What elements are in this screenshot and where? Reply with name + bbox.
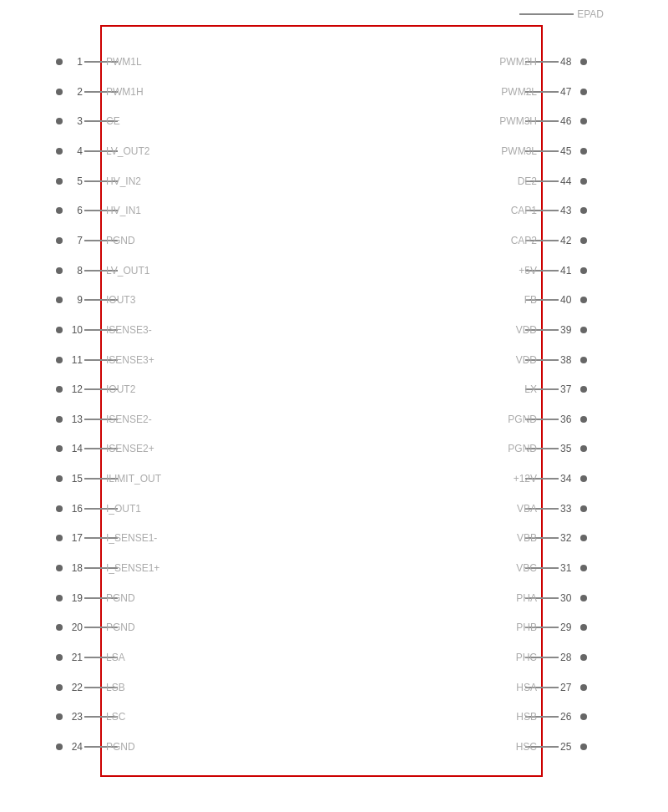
- pin-right-46: 46PWM3H: [525, 115, 587, 127]
- pin-number: 43: [560, 205, 579, 216]
- pin-dot: [580, 416, 587, 423]
- pin-number: 38: [560, 354, 579, 366]
- pin-number: 7: [64, 235, 83, 246]
- pin-label: ISENSE2-: [106, 414, 152, 425]
- pin-right-43: 43CAP1: [525, 205, 587, 216]
- pin-label: LX: [524, 383, 537, 395]
- pin-right-35: 35PGND: [525, 443, 587, 454]
- pin-dot: [56, 207, 63, 214]
- pin-number: 34: [560, 473, 579, 485]
- pin-number: 25: [560, 741, 579, 753]
- pin-number: 42: [560, 235, 579, 246]
- pin-dot: [580, 654, 587, 661]
- pin-label: HSA: [516, 682, 537, 693]
- pin-number: 40: [560, 294, 579, 306]
- pin-number: 26: [560, 711, 579, 723]
- pin-left-14: 14ISENSE2+: [56, 443, 118, 454]
- pin-left-5: 5HV_IN2: [56, 175, 118, 187]
- epad-label: EPAD: [577, 8, 604, 20]
- pin-label: VBC: [516, 562, 537, 574]
- pin-dot: [56, 118, 63, 124]
- pin-number: 33: [560, 503, 579, 515]
- pin-number: 6: [64, 205, 83, 216]
- pin-number: 15: [64, 473, 83, 485]
- pin-number: 24: [64, 741, 83, 753]
- pin-dot: [56, 624, 63, 631]
- pin-right-30: 30PHA: [525, 592, 587, 604]
- pin-label: PWM1H: [106, 86, 144, 98]
- epad-pin: EPAD: [519, 8, 604, 20]
- pin-dot: [56, 267, 63, 274]
- pin-number: 30: [560, 592, 579, 604]
- pin-number: 35: [560, 443, 579, 454]
- pin-dot: [56, 89, 63, 95]
- pin-number: 14: [64, 443, 83, 454]
- pin-dot: [56, 148, 63, 155]
- pin-left-22: 22LSB: [56, 682, 118, 693]
- pin-number: 48: [560, 56, 579, 68]
- pin-left-16: 16I_OUT1: [56, 503, 118, 515]
- pin-dot: [580, 535, 587, 541]
- pin-right-33: 33VBA: [525, 503, 587, 515]
- pin-dot: [580, 624, 587, 631]
- pin-number: 13: [64, 414, 83, 425]
- pin-label: ISENSE3-: [106, 324, 152, 336]
- pin-label: FB: [524, 294, 537, 306]
- pin-number: 47: [560, 86, 579, 98]
- pin-label: LSA: [106, 652, 125, 663]
- pin-right-31: 31VBC: [525, 562, 587, 574]
- pin-number: 41: [560, 265, 579, 277]
- pin-label: VDD: [516, 324, 537, 336]
- pin-number: 28: [560, 652, 579, 663]
- pin-number: 37: [560, 383, 579, 395]
- pin-left-1: 1PWM1L: [56, 56, 118, 68]
- pin-left-23: 23LSC: [56, 711, 118, 723]
- pin-label: VDD: [516, 354, 537, 366]
- pin-number: 2: [64, 86, 83, 98]
- pin-number: 16: [64, 503, 83, 515]
- pin-number: 29: [560, 622, 579, 633]
- pin-number: 19: [64, 592, 83, 604]
- pin-dot: [56, 743, 63, 750]
- pin-number: 27: [560, 682, 579, 693]
- pin-left-18: 18I_SENSE1+: [56, 562, 118, 574]
- pin-number: 10: [64, 324, 83, 336]
- pin-right-29: 29PHB: [525, 622, 587, 633]
- pin-left-15: 15ILIMIT_OUT: [56, 473, 118, 485]
- pin-label: CAP2: [511, 235, 537, 246]
- pin-right-36: 36PGND: [525, 414, 587, 425]
- pin-label: IOUT2: [106, 383, 135, 395]
- pin-label: LV_OUT1: [106, 265, 149, 277]
- pin-dot: [580, 743, 587, 750]
- pin-number: 45: [560, 145, 579, 157]
- pin-dot: [56, 713, 63, 720]
- pin-dot: [580, 445, 587, 452]
- pin-dot: [56, 475, 63, 482]
- pin-number: 36: [560, 414, 579, 425]
- pin-dot: [580, 565, 587, 571]
- pin-dot: [56, 416, 63, 423]
- pin-dot: [56, 565, 63, 571]
- pin-dot: [56, 58, 63, 65]
- pin-label: I_SENSE1-: [106, 532, 157, 544]
- pin-right-45: 45PWM3L: [525, 145, 587, 157]
- pin-label: HSC: [516, 741, 537, 753]
- pin-dot: [56, 178, 63, 185]
- pin-number: 8: [64, 265, 83, 277]
- pin-left-10: 10ISENSE3-: [56, 324, 118, 336]
- pin-label: PGND: [106, 622, 135, 633]
- pin-label: LSC: [106, 711, 125, 723]
- pin-right-39: 39VDD: [525, 324, 587, 336]
- pin-label: LSB: [106, 682, 125, 693]
- pin-dot: [56, 445, 63, 452]
- pin-number: 44: [560, 175, 579, 187]
- pin-label: HV_IN1: [106, 205, 141, 216]
- pin-right-48: 48PWM2H: [525, 56, 587, 68]
- pin-right-40: 40FB: [525, 294, 587, 306]
- pin-dot: [580, 684, 587, 691]
- pin-number: 1: [64, 56, 83, 68]
- pin-label: PWM1L: [106, 56, 142, 68]
- pin-dot: [56, 386, 63, 393]
- pin-number: 12: [64, 383, 83, 395]
- pin-right-27: 27HSA: [525, 682, 587, 693]
